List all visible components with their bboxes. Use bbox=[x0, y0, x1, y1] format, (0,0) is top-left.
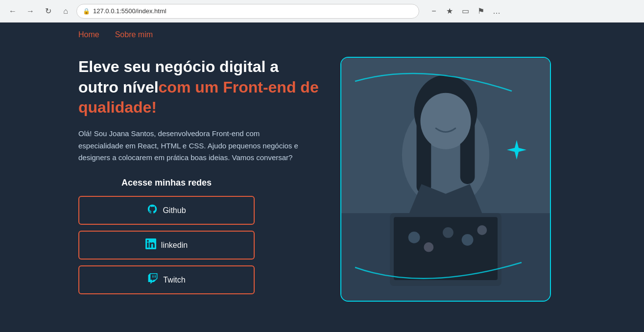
profile-image bbox=[341, 58, 550, 301]
hero-title: Eleve seu negócio digital a outro nívelc… bbox=[78, 57, 321, 118]
svg-point-14 bbox=[477, 225, 487, 235]
lock-icon: 🔒 bbox=[83, 8, 90, 15]
twitch-button[interactable]: Twitch bbox=[78, 265, 255, 294]
svg-point-13 bbox=[462, 234, 474, 246]
profile-image-box bbox=[340, 57, 551, 302]
cast-button[interactable]: ▭ bbox=[458, 4, 472, 18]
url-text: 127.0.0.1:5500/index.html bbox=[93, 7, 167, 15]
nav-sobre-mim[interactable]: Sobre mim bbox=[115, 30, 153, 39]
svg-point-11 bbox=[424, 242, 433, 252]
github-button[interactable]: Github bbox=[78, 196, 255, 225]
social-heading: Acesse minhas redes bbox=[78, 178, 255, 188]
back-button[interactable]: ← bbox=[6, 4, 20, 18]
hero-text-column: Eleve seu negócio digital a outro nívelc… bbox=[78, 57, 321, 300]
social-section: Acesse minhas redes Github bbox=[78, 178, 255, 294]
refresh-button[interactable]: ↻ bbox=[41, 4, 55, 18]
twitch-label: Twitch bbox=[163, 276, 185, 285]
hero-section: Eleve seu negócio digital a outro nívelc… bbox=[0, 47, 644, 311]
forward-button[interactable]: → bbox=[24, 4, 37, 18]
linkedin-button[interactable]: linkedin bbox=[78, 231, 255, 260]
menu-button[interactable]: … bbox=[490, 4, 503, 18]
hero-image-wrapper bbox=[340, 57, 566, 302]
zoom-out-button[interactable]: − bbox=[427, 4, 441, 18]
github-label: Github bbox=[163, 206, 186, 215]
svg-point-10 bbox=[408, 232, 420, 243]
navigation: Home Sobre mim bbox=[0, 23, 644, 47]
page-content: Home Sobre mim Eleve seu negócio digital… bbox=[0, 23, 644, 332]
home-button[interactable]: ⌂ bbox=[59, 4, 72, 18]
nav-home[interactable]: Home bbox=[78, 30, 99, 39]
svg-point-7 bbox=[420, 93, 471, 149]
browser-right-buttons: − ★ ▭ ⚑ … bbox=[427, 4, 503, 18]
hero-description: Olá! Sou Joana Santos, desenvolvedora Fr… bbox=[78, 128, 304, 164]
github-icon bbox=[147, 204, 158, 217]
favorites-button[interactable]: ⚑ bbox=[474, 4, 488, 18]
svg-point-12 bbox=[443, 227, 453, 238]
linkedin-label: linkedin bbox=[161, 241, 188, 250]
address-bar[interactable]: 🔒 127.0.0.1:5500/index.html bbox=[76, 4, 419, 19]
linkedin-icon bbox=[145, 238, 156, 252]
browser-chrome: ← → ↻ ⌂ 🔒 127.0.0.1:5500/index.html − ★ … bbox=[0, 0, 644, 23]
bookmark-button[interactable]: ★ bbox=[443, 4, 456, 18]
twitch-icon bbox=[147, 273, 158, 286]
